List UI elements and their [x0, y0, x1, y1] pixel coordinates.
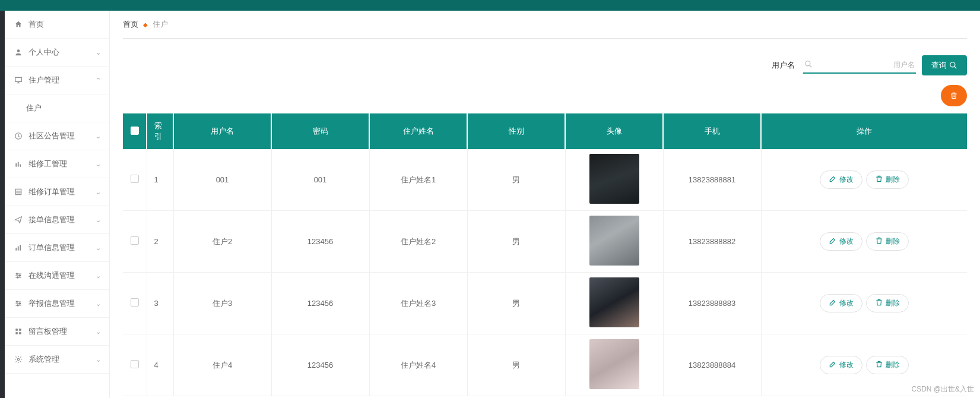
sidebar-item-label: 维修工管理 [28, 159, 67, 169]
sidebar-item-4[interactable]: 维修工管理⌄ [5, 150, 109, 178]
sidebar-item-6[interactable]: 接单信息管理⌄ [5, 206, 109, 234]
delete-button[interactable]: 删除 [866, 170, 909, 189]
col-header-2: 用户名 [173, 113, 271, 149]
chevron-down-icon: ⌄ [96, 49, 101, 56]
edit-button[interactable]: 修改 [820, 170, 862, 189]
main-content: 首页 ◆ 住户 用户名 查询 [110, 11, 980, 398]
edit-button[interactable]: 修改 [820, 356, 862, 374]
delete-button[interactable]: 删除 [866, 294, 909, 312]
row-checkbox[interactable] [131, 175, 139, 183]
cell-index: 4 [147, 334, 173, 396]
search-input-wrap [803, 58, 916, 74]
cell-gender: 男 [467, 211, 565, 273]
sidebar: 首页个人中心⌄住户管理⌃住户社区公告管理⌄维修工管理⌄维修订单管理⌄接单信息管理… [5, 11, 110, 398]
svg-rect-25 [19, 328, 21, 331]
gear-icon [14, 355, 24, 364]
chevron-down-icon: ⌄ [96, 328, 101, 336]
trash-icon [875, 298, 883, 308]
table-row: 4住户4123456住户姓名4男13823888884修改删除 [123, 334, 967, 396]
sidebar-sub-item[interactable]: 住户 [5, 94, 109, 122]
cell-phone: 13823888883 [663, 273, 761, 334]
list-icon [14, 188, 24, 196]
search-button[interactable]: 查询 [922, 55, 967, 75]
edit-button[interactable]: 修改 [820, 294, 862, 312]
cell-gender: 男 [467, 334, 565, 396]
svg-point-29 [805, 61, 810, 65]
sidebar-item-3[interactable]: 社区公告管理⌄ [5, 122, 109, 150]
cell-phone: 13823888884 [663, 334, 761, 396]
avatar [589, 277, 639, 327]
row-checkbox[interactable] [131, 360, 139, 368]
trash-icon [950, 91, 958, 100]
watermark: CSDN @出世&入世 [911, 384, 974, 394]
edit-icon [829, 360, 837, 370]
sidebar-item-8[interactable]: 在线沟通管理⌄ [5, 262, 109, 290]
sidebar-item-label: 留言板管理 [28, 326, 67, 337]
search-label: 用户名 [772, 60, 795, 71]
svg-rect-24 [15, 328, 18, 331]
sidebar-item-10[interactable]: 留言板管理⌄ [5, 318, 109, 346]
sidebar-item-2[interactable]: 住户管理⌃ [5, 67, 109, 94]
cell-phone: 13823888882 [663, 211, 761, 273]
cell-avatar [565, 273, 663, 334]
chevron-down-icon: ⌄ [96, 216, 101, 224]
chevron-down-icon: ⌄ [96, 356, 101, 364]
sidebar-item-label: 个人中心 [28, 47, 59, 58]
edit-icon [829, 175, 837, 185]
sliders-icon [14, 299, 24, 308]
sliders-icon [14, 271, 24, 280]
avatar [589, 154, 639, 204]
col-header-6: 头像 [565, 113, 663, 149]
svg-line-30 [810, 65, 812, 67]
sidebar-item-label: 社区公告管理 [28, 131, 75, 141]
cell-actions: 修改删除 [761, 211, 967, 273]
table-row: 2住户2123456住户姓名2男13823888882修改删除 [123, 211, 967, 273]
col-header-7: 手机 [663, 113, 761, 149]
cell-password: 123456 [271, 334, 369, 396]
cell-index: 1 [147, 149, 173, 211]
cell-name: 住户姓名1 [369, 149, 467, 211]
chevron-down-icon: ⌄ [96, 188, 101, 196]
breadcrumb-home[interactable]: 首页 [123, 19, 138, 30]
sidebar-item-label: 举报信息管理 [28, 298, 75, 309]
cell-name: 住户姓名3 [369, 273, 467, 334]
bars-icon [14, 160, 24, 168]
sidebar-item-9[interactable]: 举报信息管理⌄ [5, 290, 109, 318]
sidebar-item-7[interactable]: 订单信息管理⌄ [5, 234, 109, 262]
sidebar-item-5[interactable]: 维修订单管理⌄ [5, 178, 109, 206]
bulk-delete-button[interactable] [941, 85, 967, 106]
cell-index: 2 [147, 211, 173, 273]
cell-avatar [565, 334, 663, 396]
table-row: 3住户3123456住户姓名3男13823888883修改删除 [123, 273, 967, 334]
delete-button[interactable]: 删除 [866, 232, 909, 251]
row-checkbox[interactable] [131, 236, 139, 245]
svg-rect-10 [18, 247, 19, 251]
sidebar-item-label: 维修订单管理 [28, 187, 75, 197]
col-header-4: 住户姓名 [369, 113, 467, 149]
sidebar-item-11[interactable]: 系统管理⌄ [5, 346, 109, 374]
col-header-8: 操作 [761, 113, 967, 149]
avatar [589, 339, 639, 389]
svg-rect-3 [15, 163, 17, 167]
chevron-up-icon: ⌃ [96, 77, 101, 84]
row-checkbox[interactable] [131, 298, 139, 307]
chevron-down-icon: ⌄ [96, 300, 101, 308]
svg-point-22 [19, 303, 20, 304]
svg-rect-4 [18, 162, 19, 167]
cell-username: 001 [173, 149, 271, 211]
cell-gender: 男 [467, 149, 565, 211]
edit-button[interactable]: 修改 [820, 232, 862, 251]
cell-name: 住户姓名2 [369, 211, 467, 273]
delete-button[interactable]: 删除 [866, 356, 909, 374]
svg-rect-5 [20, 165, 21, 167]
search-input[interactable] [817, 61, 915, 69]
search-icon [949, 61, 957, 70]
window-edge [0, 11, 5, 398]
sidebar-item-label: 首页 [28, 19, 44, 30]
checkbox-all[interactable] [131, 127, 139, 135]
edit-icon [829, 236, 837, 247]
sidebar-item-1[interactable]: 个人中心⌄ [5, 39, 109, 67]
cell-index: 3 [147, 273, 173, 334]
sidebar-item-0[interactable]: 首页 [5, 11, 109, 39]
user-icon [14, 48, 24, 56]
